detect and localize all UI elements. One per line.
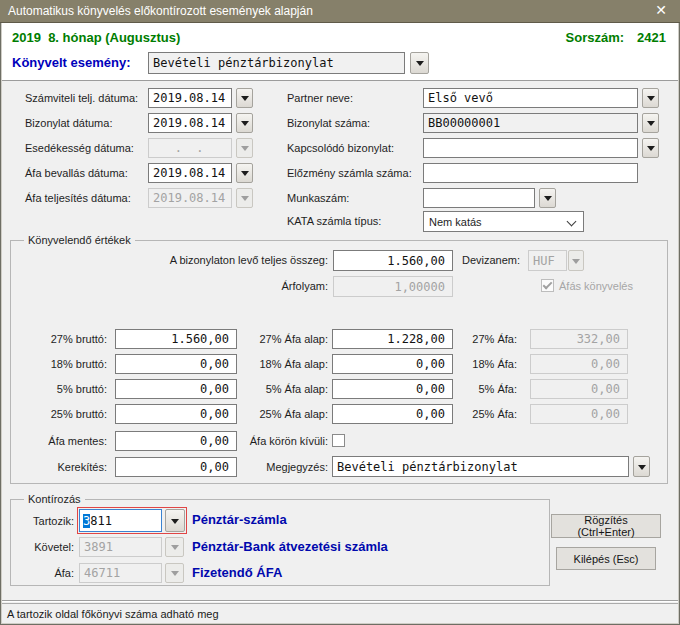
devizanem-label: Devizanem: [462,250,520,270]
serial-value: 2421 [637,30,666,45]
serial-number: Sorszám: 2421 [566,30,666,45]
afa-teljesites-datum-dropdown-button [236,188,253,208]
afa-18-label: 18% Áfa: [430,354,517,374]
partner-neve-label: Partner neve: [287,88,353,108]
teljes-osszeg-input[interactable]: 1.560,00 [333,250,453,271]
afa-mentes-label: Áfa mentes: [10,431,107,451]
partner-neve-dropdown-button[interactable] [642,88,659,108]
bizonylat-datum-label: Bizonylat dátuma: [25,113,112,133]
szamviteli-datum-dropdown-button[interactable] [236,88,253,108]
dropdown-arrow-icon [171,545,179,550]
tartozik-dropdown-button[interactable] [165,509,185,532]
afa-szamla-dropdown-button [165,563,184,583]
kerekites-input[interactable]: 0,00 [115,457,237,477]
megjegyzes-label: Megjegyzés: [225,457,328,477]
brutto-25-label: 25% bruttó: [10,404,107,424]
brutto-27-label: 27% bruttó: [10,329,107,349]
tartozik-field-focus-frame: 3811 [77,507,187,534]
afa-teljesites-datum-input: 2019.08.14 [148,188,232,208]
afa-szamla-label: Áfa: [10,563,74,583]
megjegyzes-input[interactable]: Bevételi pénztárbizonylat [332,456,629,477]
period-title: 2019 8. hónap (Augusztus) [12,30,180,45]
dropdown-arrow-icon [171,519,179,524]
brutto-5-label: 5% bruttó: [10,379,107,399]
chevron-down-icon [567,217,577,227]
brutto-5-input[interactable]: 0,00 [115,379,237,399]
bizonylat-szama-label: Bizonylat száma: [287,113,370,133]
tartozik-input[interactable]: 3811 [79,509,162,532]
munkaszam-dropdown-button[interactable] [539,188,556,208]
afa-bevallas-datum-input[interactable]: 2019.08.14 [148,163,232,183]
afa-alap-25-label: 25% Áfa alap: [225,404,328,424]
afa-alap-5-label: 5% Áfa alap: [225,379,328,399]
kovetel-account-name: Pénztár-Bank átvezetési számla [192,536,388,558]
dropdown-arrow-icon [572,259,580,264]
afa-bevallas-datum-dropdown-button[interactable] [236,163,253,183]
afa-bevallas-datum-label: Áfa bevallás dátuma: [25,163,128,183]
brutto-27-input[interactable]: 1.560,00 [115,329,237,349]
megjegyzes-dropdown-button[interactable] [633,456,650,477]
tartozik-label: Tartozik: [10,511,74,531]
afa-teljesites-datum-label: Áfa teljesítés dátuma: [25,188,131,208]
esedekesseg-datum-input: . . [148,138,232,158]
elozmeny-szamla-label: Előzmény számla száma: [287,163,412,183]
dropdown-arrow-icon [416,61,424,66]
esedekesseg-datum-label: Esedékesség dátuma: [25,138,134,158]
kapcsolodo-bizonylat-dropdown-button[interactable] [642,138,659,158]
booked-event-input[interactable]: Bevételi pénztárbizonylat [148,52,405,74]
dialog-window: Automatikus könyvelés előkontírozott ese… [0,0,680,625]
afa-5-input: 0,00 [530,379,628,399]
afa-account-name: Fizetendő ÁFA [192,562,282,584]
dropdown-arrow-icon [241,121,249,126]
afa-szamla-input: 46711 [79,563,162,583]
brutto-18-input[interactable]: 0,00 [115,354,237,374]
titlebar[interactable]: Automatikus könyvelés előkontírozott ese… [0,0,680,23]
dropdown-arrow-icon [647,146,655,151]
partner-neve-input[interactable]: Első vevő [423,88,638,108]
afa-alap-18-label: 18% Áfa alap: [225,354,328,374]
dropdown-arrow-icon [241,196,249,201]
kata-szamla-tipus-select[interactable]: Nem katás [423,211,584,232]
tartozik-rest-text: 811 [90,514,112,528]
kovetel-dropdown-button [165,537,184,557]
teljes-osszeg-label: A bizonylaton levő teljes összeg: [118,250,328,270]
esedekesseg-datum-dropdown-button [236,138,253,158]
afa-27-label: 27% Áfa: [430,329,517,349]
szamviteli-datum-input[interactable]: 2019.08.14 [148,88,232,108]
bizonylat-datum-input[interactable]: 2019.08.14 [148,113,232,133]
dropdown-arrow-icon [241,146,249,151]
szamviteli-datum-label: Számviteli telj. dátuma: [25,88,138,108]
kapcsolodo-bizonylat-input[interactable] [423,138,638,158]
elozmeny-szamla-input[interactable] [423,163,638,183]
kerekites-label: Kerekítés: [10,457,107,477]
devizanem-dropdown-button [568,250,584,271]
munkaszam-input[interactable] [423,188,535,208]
rogzites-button[interactable]: Rögzítés (Ctrl+Enter) [551,514,661,538]
afa-27-input: 332,00 [530,329,628,349]
kontirozas-group-title: Kontírozás [24,493,85,506]
afa-alap-27-label: 27% Áfa alap: [225,329,328,349]
dropdown-arrow-icon [171,571,179,576]
afa-mentes-input[interactable]: 0,00 [115,431,237,451]
bizonylat-datum-dropdown-button[interactable] [236,113,253,133]
kilepes-button[interactable]: Kilépés (Esc) [556,547,656,570]
tartozik-selected-text: 3 [83,514,90,528]
dropdown-arrow-icon [241,96,249,101]
brutto-25-input[interactable]: 0,00 [115,404,237,424]
afas-konyveles-checkbox [541,279,554,292]
dropdown-arrow-icon [241,171,249,176]
afa-koron-kivuli-checkbox[interactable] [332,434,345,447]
munkaszam-label: Munkaszám: [287,188,349,208]
close-icon[interactable]: ✕ [646,0,676,22]
afas-konyveles-label: Áfás könyvelés [559,276,633,296]
kata-szamla-tipus-value: Nem katás [429,216,482,228]
bizonylat-szama-dropdown-button[interactable] [642,113,659,133]
dropdown-arrow-icon [638,465,646,470]
booked-event-label: Könyvelt esemény: [12,55,131,70]
kata-szamla-tipus-label: KATA számla típus: [287,211,381,231]
booked-event-dropdown-button[interactable] [410,52,429,74]
arfolyam-input: 1,00000 [333,276,453,297]
konyvelendo-ertekek-group-title: Könyvelendő értékek [24,234,135,247]
bizonylat-szama-input[interactable]: BB00000001 [423,113,638,133]
kapcsolodo-bizonylat-label: Kapcsolódó bizonylat: [287,138,394,158]
